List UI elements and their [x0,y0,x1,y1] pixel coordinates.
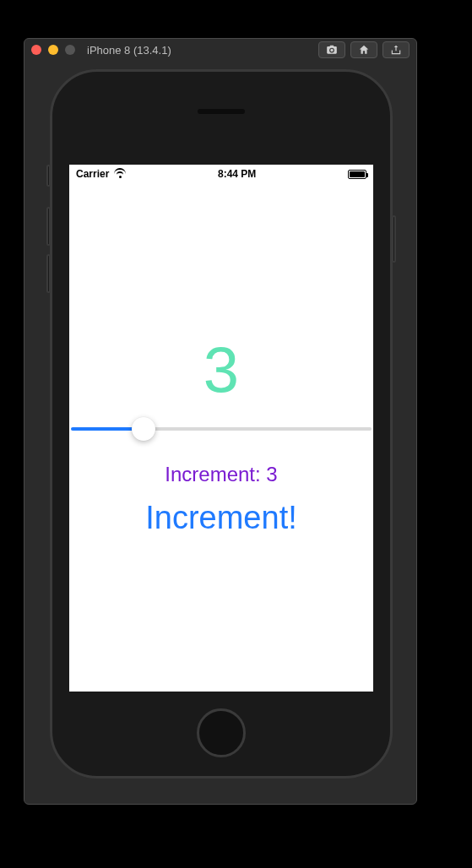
earpiece-speaker [198,109,245,114]
minimize-window-button[interactable] [48,45,58,55]
increment-button[interactable]: Increment! [145,500,297,536]
counter-value: 3 [203,338,239,402]
app-content: 3 Increment: 3 Increment! [69,182,373,692]
home-icon [358,44,370,56]
increment-slider[interactable] [71,417,372,441]
zoom-window-button[interactable] [65,45,75,55]
window-traffic-lights [31,45,75,55]
home-button[interactable] [197,708,246,757]
phone-bezel: Carrier 8:44 PM 3 Increment: 3 [50,69,393,778]
volume-down-button[interactable] [46,254,51,293]
volume-up-button[interactable] [46,207,51,246]
titlebar: iPhone 8 (13.4.1) [24,39,416,61]
clock-label: 8:44 PM [218,168,256,180]
camera-icon [326,44,338,56]
wifi-icon [114,170,126,178]
status-bar: Carrier 8:44 PM [69,165,373,182]
close-window-button[interactable] [31,45,41,55]
status-bar-left: Carrier [76,168,126,180]
mute-switch[interactable] [46,165,51,187]
battery-icon [348,170,366,179]
bezel-wrap: Carrier 8:44 PM 3 Increment: 3 [24,61,416,804]
power-button[interactable] [392,215,396,263]
window-title: iPhone 8 (13.4.1) [87,44,318,57]
share-icon [390,44,402,56]
simulator-window: iPhone 8 (13.4.1) Carrier [24,38,417,805]
home-button-toolbar[interactable] [350,41,377,58]
toolbar-buttons [318,41,410,58]
screenshot-button[interactable] [318,41,345,58]
increment-label-prefix: Increment: [165,463,266,486]
carrier-label: Carrier [76,168,109,180]
increment-slider-row [69,417,373,444]
increment-label: Increment: 3 [165,463,277,486]
rotate-button[interactable] [382,41,410,58]
increment-label-value: 3 [266,463,277,486]
device-screen: Carrier 8:44 PM 3 Increment: 3 [69,165,373,692]
